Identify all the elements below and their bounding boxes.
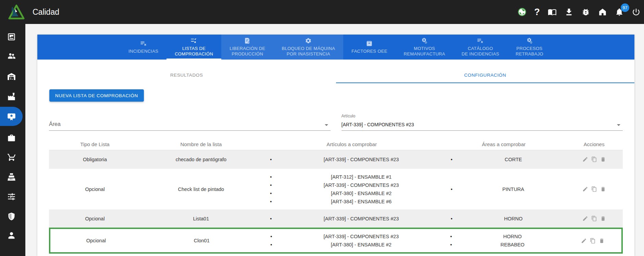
copy-icon[interactable]: [591, 216, 597, 221]
areas-cell: •HORNO: [442, 213, 565, 225]
edit-icon[interactable]: [581, 238, 587, 244]
tipo-cell: Opcional: [49, 184, 141, 194]
bell-icon[interactable]: 97: [615, 8, 624, 16]
area-select[interactable]: Área: [49, 113, 331, 131]
areas-cell: •HORNO•REBABEO: [442, 230, 564, 251]
topbar-actions: ?97: [518, 0, 641, 24]
actions-cell: [566, 214, 623, 223]
gear-icon: [305, 37, 312, 44]
list-item: •[ART-339] - COMPONENTES #23: [261, 155, 442, 164]
nombre-cell: checado de pantógrafo: [141, 155, 261, 164]
tab-resultados[interactable]: RESULTADOS: [37, 67, 336, 83]
module-tab-label: PRODUCCIÓN: [232, 51, 263, 57]
sidebar-item-certificate[interactable]: [0, 107, 23, 126]
areas-cell: •PINTURA: [442, 183, 565, 195]
copy-icon[interactable]: [591, 156, 597, 162]
subtab-bar: RESULTADOS CONFIGURACIÓN: [37, 67, 634, 83]
bullet-icon: •: [261, 215, 281, 223]
list-item-text: [ART-339] - COMPONENTES #23: [281, 181, 442, 189]
column-header: Áreas a comprobar: [442, 141, 565, 147]
gear-refresh-icon: [421, 37, 428, 44]
bullet-icon: •: [442, 185, 461, 193]
areas-cell: •CORTE: [442, 153, 565, 166]
module-tab-bloqueo-de-m-quina-por-inasistencia[interactable]: BLOQUEO DE MÁQUINAPOR INASISTENCIA: [273, 35, 343, 60]
sidebar-item-people[interactable]: [0, 46, 23, 65]
bullet-icon: •: [442, 155, 461, 164]
column-header: Artículos a comprobar: [261, 141, 442, 147]
module-tab-bar: INCIDENCIASLISTAS DECOMPROBACIÓNLIBERACI…: [37, 35, 634, 60]
delete-icon[interactable]: [599, 238, 605, 244]
help-icon[interactable]: ?: [534, 8, 540, 16]
module-tab-motivos-remanufactura[interactable]: MOTIVOSREMANUFACTURA: [396, 35, 454, 60]
app-logo-icon: [8, 4, 25, 21]
filter-row: Área Artículo [ART-339] - COMPONENTES #2…: [49, 113, 623, 131]
sidebar-item-factory[interactable]: [0, 87, 23, 106]
checklist-icon: [190, 37, 197, 44]
article-icon: [7, 32, 16, 41]
list-item: •HORNO: [442, 232, 564, 241]
active-subtab-indicator: [336, 82, 635, 83]
factory-icon: [7, 92, 16, 101]
delete-icon[interactable]: [600, 186, 606, 192]
table-row: OpcionalClon01•[ART-339] - COMPONENTES #…: [49, 228, 623, 254]
globe-icon[interactable]: [518, 8, 527, 16]
tipo-cell: Opcional: [49, 214, 141, 223]
new-checklist-button[interactable]: NUEVA LISTA DE COMPROBACIÓN: [49, 89, 144, 102]
edit-icon[interactable]: [582, 186, 588, 192]
list-item-text: [ART-339] - COMPONENTES #23: [281, 215, 442, 223]
home-icon[interactable]: [598, 8, 607, 16]
list-item: •[ART-312] - ENSAMBLE #1: [261, 173, 442, 181]
tipo-cell: Obligatoria: [49, 155, 141, 164]
list-item: •[ART-339] - COMPONENTES #23: [261, 215, 442, 223]
copy-icon[interactable]: [591, 186, 597, 192]
bullet-icon: •: [262, 232, 281, 241]
sidebar-item-warehouse[interactable]: [0, 67, 23, 86]
module-tab-label: LIBERACIÓN DE: [230, 46, 265, 51]
delete-icon[interactable]: [600, 156, 606, 162]
module-tab-incidencias[interactable]: INCIDENCIAS: [120, 35, 166, 60]
area-select-label: Área: [49, 121, 61, 127]
nombre-cell: Check list de pintado: [141, 184, 261, 194]
people-icon: [7, 51, 16, 61]
articulos-cell: •[ART-339] - COMPONENTES #23: [261, 153, 442, 166]
module-tab-listas-de-comprobaci-n[interactable]: LISTAS DECOMPROBACIÓN: [166, 35, 221, 60]
sidebar-item-register[interactable]: [0, 167, 23, 187]
page-title: Calidad: [33, 8, 59, 17]
content-area: INCIDENCIASLISTAS DECOMPROBACIÓNLIBERACI…: [25, 24, 644, 256]
edit-icon[interactable]: [582, 156, 588, 162]
tab-configuracion[interactable]: CONFIGURACIÓN: [336, 67, 635, 83]
column-header: Tipo de Lista: [49, 141, 141, 147]
bullet-icon: •: [261, 155, 281, 164]
briefcase-icon: [7, 133, 16, 142]
doc-check-icon: [244, 37, 251, 44]
sidebar-item-shield[interactable]: [0, 207, 23, 226]
list-item-text: REBABEO: [461, 241, 564, 249]
sidebar-item-tune[interactable]: [0, 187, 23, 206]
sidebar-item-person[interactable]: [0, 226, 23, 245]
module-tab-label: MOTIVOS: [414, 46, 435, 51]
delete-icon[interactable]: [600, 216, 606, 221]
list-item-text: [ART-312] - ENSAMBLE #1: [281, 173, 442, 181]
module-tab-liberaci-n-de-producci-n[interactable]: LIBERACIÓN DEPRODUCCIÓN: [221, 35, 273, 60]
list-item-text: [ART-339] - COMPONENTES #23: [281, 155, 442, 164]
sidebar-item-cart[interactable]: [0, 147, 23, 166]
sidebar-item-article[interactable]: [0, 27, 23, 46]
module-tab-cat-logo-de-incidencias[interactable]: CATÁLOGODE INCIDENCIAS: [454, 35, 508, 60]
book-icon[interactable]: [548, 8, 557, 16]
download-icon[interactable]: [565, 8, 573, 16]
list-item: •[ART-380] - ENSAMBLE #2: [261, 189, 442, 197]
playlist-remove-icon: [140, 40, 147, 47]
notification-badge: 97: [621, 3, 629, 12]
articulo-select[interactable]: Artículo [ART-339] - COMPONENTES #23: [342, 113, 623, 131]
nombre-cell: Clon01: [142, 236, 262, 245]
sidebar-item-briefcase[interactable]: [0, 128, 23, 147]
bug-icon[interactable]: [581, 8, 590, 16]
power-icon[interactable]: [632, 8, 641, 16]
module-tab-procesos-retrabajo[interactable]: PROCESOSRETRABAJO: [507, 35, 552, 60]
actions-cell: [564, 236, 621, 246]
module-tab-factores-oee[interactable]: FACTORES OEE: [343, 35, 396, 60]
list-item-text: CORTE: [461, 155, 565, 164]
copy-icon[interactable]: [590, 238, 596, 244]
bullet-icon: •: [261, 197, 281, 206]
edit-icon[interactable]: [582, 216, 588, 221]
